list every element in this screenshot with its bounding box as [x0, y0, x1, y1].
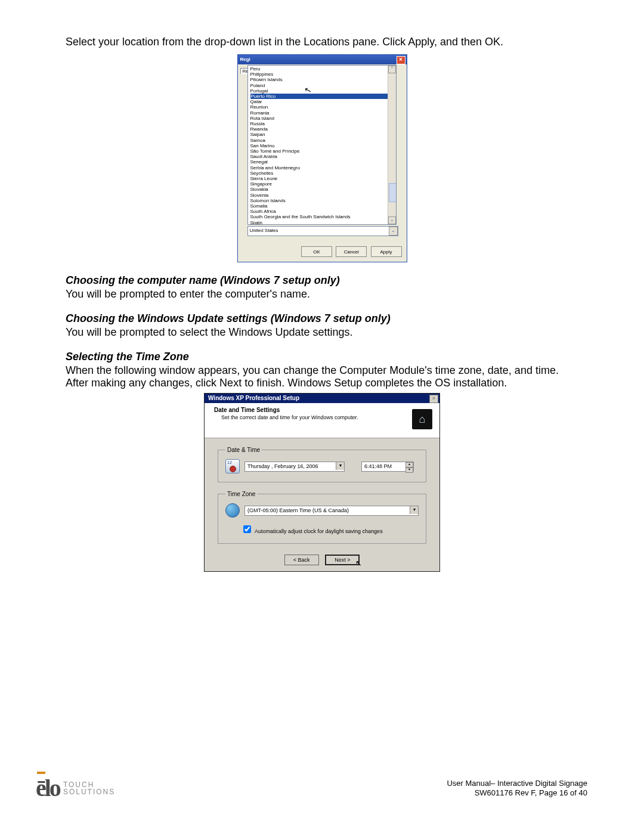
- time-spinner[interactable]: ▴▾: [405, 462, 413, 471]
- list-item[interactable]: Philippines: [250, 72, 396, 77]
- heading-timezone: Selecting the Time Zone: [66, 351, 578, 363]
- date-time-group: Date & Time Thursday , February 16, 2006…: [218, 447, 426, 482]
- list-item[interactable]: Rwanda: [250, 126, 396, 132]
- list-item[interactable]: Seychelles: [250, 171, 396, 176]
- list-item[interactable]: Slovakia: [250, 187, 396, 192]
- scroll-up-icon[interactable]: ⌃: [388, 66, 396, 73]
- list-item[interactable]: Samoa: [250, 138, 396, 143]
- list-item[interactable]: Romania: [250, 110, 396, 116]
- scroll-thumb[interactable]: [389, 183, 397, 202]
- date-field[interactable]: Thursday , February 16, 2006 ▾: [244, 462, 345, 472]
- date-value: Thursday , February 16, 2006: [247, 463, 318, 469]
- title-text: Windows XP Professional Setup: [208, 395, 299, 401]
- list-item[interactable]: São Tomé and Príncipe: [250, 148, 396, 154]
- scrollbar[interactable]: ⌃ ⌄: [388, 66, 396, 224]
- list-item[interactable]: Sierra Leone: [250, 176, 396, 181]
- list-item[interactable]: Qatar: [250, 99, 396, 104]
- list-item[interactable]: San Marino: [250, 143, 396, 148]
- dst-label: Automatically adjust clock for daylight …: [255, 528, 383, 534]
- list-item[interactable]: Saudi Arabia: [250, 154, 396, 159]
- list-item[interactable]: South Georgia and the South Sandwich Isl…: [250, 214, 396, 219]
- datetime-dialog: Windows XP Professional Setup × Date and…: [204, 393, 440, 572]
- list-item[interactable]: Portugal: [250, 88, 396, 94]
- list-item[interactable]: Pitcairn Islands: [250, 77, 396, 82]
- list-item[interactable]: Russia: [250, 121, 396, 126]
- subheader: Date and Time Settings: [214, 407, 280, 413]
- list-item[interactable]: Poland: [250, 83, 396, 88]
- heading-computer-name: Choosing the computer name (Windows 7 se…: [66, 274, 578, 287]
- dst-checkbox-row: Automatically adjust clock for daylight …: [241, 524, 419, 535]
- dialog-titlebar: Windows XP Professional Setup ×: [205, 394, 439, 403]
- list-item[interactable]: Slovenia: [250, 193, 396, 198]
- group-label: Time Zone: [225, 491, 257, 497]
- doc-line2: SW601176 Rev F, Page 16 of 40: [447, 788, 587, 798]
- setup-disc-icon: ⌂: [412, 409, 432, 429]
- cancel-button[interactable]: Cancel: [336, 246, 367, 257]
- region-dialog: Regi × Re PeruPhilippinesPitcairn Island…: [237, 54, 407, 262]
- calendar-icon: [225, 459, 240, 473]
- time-field[interactable]: 6:41:48 PM ▴▾: [361, 462, 414, 472]
- para-computer-name: You will be prompted to enter the comput…: [66, 288, 578, 301]
- list-item[interactable]: Singapore: [250, 181, 396, 187]
- close-icon[interactable]: ×: [397, 56, 405, 64]
- combo-value: United States: [250, 228, 278, 233]
- list-item[interactable]: Spain: [250, 220, 396, 225]
- list-item[interactable]: Rota Island: [250, 116, 396, 121]
- list-item[interactable]: Serbia and Montenegro: [250, 165, 396, 171]
- back-button[interactable]: < Back: [284, 555, 319, 565]
- dialog-titlebar: Regi ×: [238, 55, 407, 64]
- elo-logo: ēlo TOUCH SOLUTIONS: [36, 774, 115, 802]
- list-item[interactable]: South Africa: [250, 209, 396, 214]
- timezone-value: (GMT-05:00) Eastern Time (US & Canada): [247, 507, 349, 513]
- list-item[interactable]: Senegal: [250, 159, 396, 165]
- globe-icon: [225, 503, 240, 518]
- apply-button[interactable]: Apply: [371, 246, 402, 257]
- heading-windows-update: Choosing the Windows Update settings (Wi…: [66, 312, 578, 325]
- list-item[interactable]: Saipan: [250, 132, 396, 137]
- ok-button[interactable]: OK: [301, 246, 332, 257]
- chevron-down-icon[interactable]: ⌄: [389, 227, 398, 236]
- timezone-group: Time Zone (GMT-05:00) Eastern Time (US &…: [218, 491, 426, 544]
- chevron-down-icon[interactable]: ▾: [410, 506, 418, 514]
- dst-checkbox[interactable]: [243, 525, 251, 533]
- list-item[interactable]: Solomon Islands: [250, 198, 396, 203]
- doc-footer: User Manual– Interactive Digital Signage…: [447, 779, 587, 798]
- next-button[interactable]: Next >: [325, 555, 360, 565]
- intro-text: Select your location from the drop-down …: [66, 36, 578, 48]
- list-item[interactable]: Peru: [250, 66, 396, 72]
- scroll-down-icon[interactable]: ⌄: [388, 216, 396, 224]
- close-icon[interactable]: ×: [429, 395, 438, 403]
- location-listbox[interactable]: PeruPhilippinesPitcairn IslandsPolandPor…: [247, 65, 397, 225]
- location-combo[interactable]: United States ⌄: [247, 226, 398, 236]
- group-label: Date & Time: [225, 447, 262, 453]
- para-timezone: When the following window appears, you c…: [66, 364, 578, 389]
- cursor-icon: ↖: [355, 559, 362, 568]
- chevron-down-icon[interactable]: ▾: [336, 462, 344, 470]
- logo-line2: SOLUTIONS: [63, 788, 115, 795]
- list-item[interactable]: Reunion: [250, 104, 396, 110]
- title-text: Regi: [240, 57, 250, 62]
- logo-line1: TOUCH: [63, 781, 115, 788]
- time-value: 6:41:48 PM: [364, 463, 392, 469]
- list-item[interactable]: Somalia: [250, 203, 396, 209]
- timezone-field[interactable]: (GMT-05:00) Eastern Time (US & Canada) ▾: [244, 506, 419, 516]
- list-item[interactable]: Puerto Rico: [250, 94, 388, 99]
- para-windows-update: You will be prompted to select the Windo…: [66, 326, 578, 339]
- subheader-desc: Set the correct date and time for your W…: [221, 414, 439, 420]
- doc-line1: User Manual– Interactive Digital Signage: [447, 779, 587, 788]
